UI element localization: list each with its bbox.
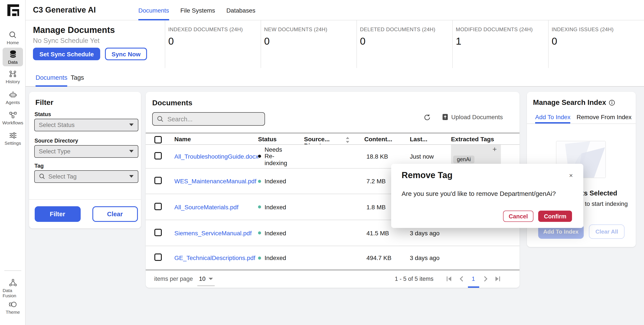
workflow-nodes-icon — [8, 111, 17, 119]
sidebar-item-history[interactable]: History — [2, 68, 23, 86]
table-row[interactable]: GE_TechnicalDescriptions.pdf Indexed 494… — [146, 246, 519, 270]
items-per-page-select[interactable]: 10 — [198, 276, 214, 282]
set-sync-schedule-button[interactable]: Set Sync Schedule — [33, 48, 100, 60]
tag-chip[interactable]: genAi — [453, 155, 475, 163]
remove-tag-modal: Remove Tag × Are you sure you'd like to … — [391, 164, 583, 228]
stat-indexed: INDEXED DOCUMENTS (24H)0 — [165, 20, 261, 68]
status-text: Indexed — [264, 178, 286, 185]
history-graph-icon — [9, 70, 17, 78]
add-tag-button[interactable]: + — [492, 145, 497, 154]
topnav-tab-file-systems[interactable]: File Systems — [180, 0, 215, 20]
source-directory-label: Source Directory — [34, 138, 78, 144]
filter-divider — [29, 199, 141, 200]
items-per-page-label: items per page — [154, 276, 193, 282]
last-page-button[interactable] — [492, 276, 504, 282]
stat-deleted: DELETED DOCUMENTS (24H)0 — [356, 20, 452, 68]
clear-all-button[interactable]: Clear All — [589, 225, 625, 239]
tag-select[interactable]: Select Tag — [34, 170, 138, 183]
sidebar-item-workflows[interactable]: Workflows — [2, 109, 23, 127]
col-last-updated[interactable]: Last... — [410, 133, 451, 145]
select-all-checkbox[interactable] — [154, 136, 162, 143]
sidebar-item-theme[interactable]: Theme — [2, 298, 23, 316]
document-link[interactable]: All_SourceMaterials.pdf — [174, 203, 238, 210]
sidebar-item-home[interactable]: Home — [2, 28, 23, 47]
row-checkbox[interactable] — [154, 203, 162, 210]
tab-add-to-index[interactable]: Add To Index — [535, 113, 570, 123]
document-link[interactable]: GE_TechnicalDescriptions.pdf — [174, 254, 256, 261]
subheader: Manage Documents No Sync Schedule Yet Se… — [26, 20, 644, 68]
sidebar: Home Data History — [0, 0, 26, 325]
col-name[interactable]: Name — [174, 133, 258, 145]
close-icon[interactable]: × — [569, 172, 573, 179]
search-icon — [157, 116, 164, 122]
upload-document-icon — [442, 113, 448, 120]
refresh-button[interactable] — [424, 114, 430, 121]
data-fusion-icon — [8, 279, 17, 287]
chevron-down-icon — [129, 124, 133, 126]
row-checkbox[interactable] — [154, 152, 162, 159]
first-page-icon — [446, 276, 452, 282]
pagination-bar: items per page 10 1 - 5 of 5 items 1 — [146, 270, 519, 288]
tab-documents[interactable]: Documents — [36, 68, 68, 87]
content-size: 494.7 KB — [364, 254, 410, 261]
topbar: C3 Generative AI Documents File Systems … — [26, 0, 644, 20]
stat-modified: MODIFIED DOCUMENTS (24H)1 — [452, 20, 548, 68]
status-dot-indexed — [258, 180, 261, 183]
sort-icon[interactable] — [346, 137, 350, 143]
row-checkbox[interactable] — [154, 254, 162, 261]
row-checkbox[interactable] — [154, 177, 162, 184]
sync-now-button[interactable]: Sync Now — [105, 48, 147, 60]
search-icon — [39, 174, 45, 180]
document-link[interactable]: All_TroubleshootingGuide.docx — [174, 153, 258, 160]
document-link[interactable]: Siemens_ServiceManual.pdf — [174, 230, 252, 236]
pagination-range: 1 - 5 of 5 items — [395, 276, 434, 282]
robot-icon — [8, 91, 17, 99]
table-header: Name Status Source...Direct... Content..… — [146, 133, 519, 145]
theme-icon — [8, 300, 17, 309]
filter-apply-button[interactable]: Filter — [34, 206, 80, 222]
chevron-right-icon — [483, 276, 488, 282]
c3-logo[interactable] — [6, 4, 19, 16]
status-text: Indexed — [264, 203, 286, 210]
source-type-select[interactable]: Select Type — [34, 145, 138, 158]
chevron-down-icon — [208, 278, 213, 280]
filter-title: Filter — [35, 98, 53, 107]
filter-clear-button[interactable]: Clear — [92, 206, 138, 222]
documents-search-input[interactable]: Search... — [152, 112, 265, 126]
tab-remove-from-index[interactable]: Remove From Index — [576, 113, 632, 123]
status-select[interactable]: Select Status — [34, 119, 138, 131]
sidebar-item-agents[interactable]: Agents — [2, 88, 23, 107]
search-index-title: Manage Search Index — [533, 98, 615, 107]
next-page-button[interactable] — [480, 276, 492, 282]
topnav-tab-documents[interactable]: Documents — [138, 0, 169, 20]
top-nav: Documents File Systems Databases — [138, 0, 256, 20]
cancel-button[interactable]: Cancel — [503, 211, 534, 222]
confirm-button[interactable]: Confirm — [538, 211, 572, 222]
sidebar-item-data-fusion[interactable]: Data Fusion — [2, 277, 23, 300]
modal-body-text: Are you sure you'd like to remove Depart… — [402, 190, 556, 197]
filter-panel: Filter Status Select Status Source Direc… — [29, 92, 141, 228]
info-icon[interactable] — [609, 99, 615, 105]
sync-schedule-status: No Sync Schedule Yet — [33, 37, 100, 45]
topnav-tab-databases[interactable]: Databases — [226, 0, 256, 20]
tab-tags[interactable]: Tags — [71, 68, 84, 87]
status-text: Indexed — [264, 254, 286, 261]
modal-title: Remove Tag — [402, 170, 452, 180]
col-source-directory[interactable]: Source...Direct... — [304, 133, 364, 145]
col-extracted-tags[interactable]: Extracted Tags — [451, 133, 519, 145]
app-title: C3 Generative AI — [33, 6, 96, 15]
stat-new: NEW DOCUMENTS (24H)0 — [261, 20, 356, 68]
sidebar-item-data[interactable]: Data — [2, 48, 23, 66]
col-status[interactable]: Status — [258, 133, 304, 145]
status-dot-indexed — [258, 231, 261, 234]
status-text: Indexed — [264, 230, 286, 236]
row-checkbox[interactable] — [154, 229, 162, 236]
page-number-current[interactable]: 1 — [467, 276, 480, 282]
sidebar-item-settings[interactable]: Settings — [2, 129, 23, 147]
document-link[interactable]: WES_MaintenanceManual.pdf — [174, 178, 256, 185]
first-page-button[interactable] — [443, 276, 455, 282]
chevron-down-icon — [129, 150, 133, 153]
previous-page-button[interactable] — [455, 276, 467, 282]
col-content-size[interactable]: Content... — [364, 133, 410, 145]
upload-documents-button[interactable]: Upload Documents — [442, 113, 503, 120]
